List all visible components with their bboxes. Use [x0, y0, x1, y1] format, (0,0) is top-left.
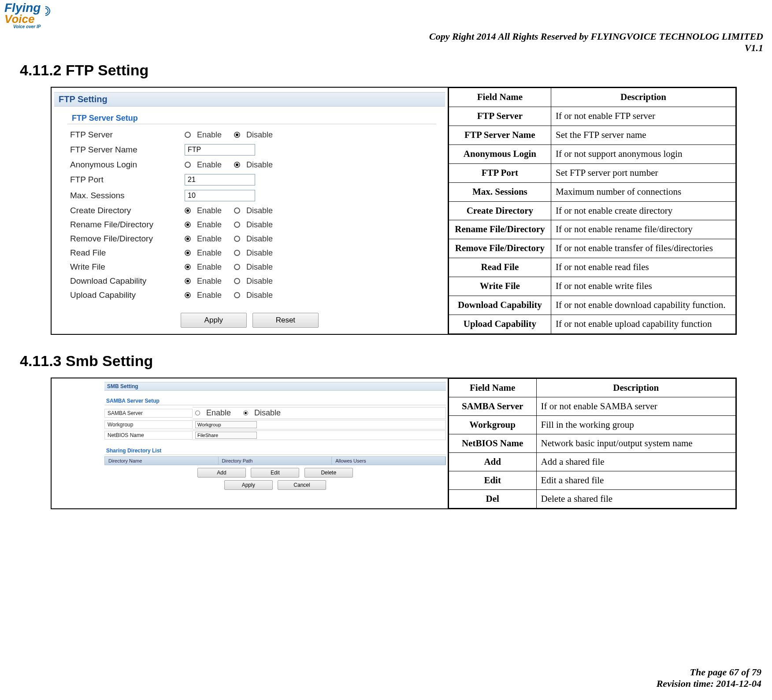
- input-max-sessions[interactable]: [185, 190, 255, 201]
- col-description: Description: [551, 88, 735, 107]
- radio-remove-enable[interactable]: [185, 236, 191, 242]
- smb-figure-row: SMB Setting SAMBA Server Setup SAMBA Ser…: [51, 378, 737, 509]
- col-field-name: Field Name: [449, 379, 536, 397]
- radio-upload-disable[interactable]: [234, 292, 240, 298]
- col-description: Description: [536, 379, 735, 397]
- col-dir-path: Directory Path: [219, 457, 332, 465]
- radio-ftp-server-disable[interactable]: [234, 132, 240, 138]
- radio-samba-disable[interactable]: [243, 411, 248, 415]
- table-row: Read FileIf or not enable read files: [449, 258, 735, 277]
- heading-smb: 4.11.3 Smb Setting: [20, 352, 763, 370]
- heading-ftp: 4.11.2 FTP Setting: [20, 62, 763, 79]
- add-button[interactable]: Add: [197, 468, 246, 478]
- label-write-file: Write File: [70, 262, 185, 272]
- label-ftp-server-name: FTP Server Name: [70, 145, 185, 155]
- smb-cancel-button[interactable]: Cancel: [278, 480, 326, 490]
- input-ftp-port[interactable]: [185, 174, 255, 185]
- radio-remove-disable[interactable]: [234, 236, 240, 242]
- input-netbios[interactable]: [195, 432, 257, 439]
- table-row: FTP Server NameSet the FTP server name: [449, 126, 735, 144]
- ftp-group-title: FTP Server Setup: [67, 113, 436, 124]
- smb-apply-button[interactable]: Apply: [224, 480, 273, 490]
- share-table-header: Directory Name Directory Path Allowes Us…: [104, 456, 446, 465]
- ftp-button-row: Apply Reset: [54, 313, 445, 328]
- edit-button[interactable]: Edit: [251, 468, 299, 478]
- label-netbios: NetBIOS Name: [104, 431, 193, 440]
- table-row: SAMBA ServerIf or not enable SAMBA serve…: [449, 397, 735, 416]
- copyright-text: Copy Right 2014 All Rights Reserved by F…: [429, 31, 763, 42]
- row-max-sessions: Max. Sessions: [54, 188, 445, 204]
- table-row: WorkgroupFill in the working group: [449, 416, 735, 434]
- radio-write-disable[interactable]: [234, 264, 240, 270]
- page-number: The page 67 of 79: [657, 667, 761, 678]
- row-ftp-port: FTP Port: [54, 172, 445, 188]
- apply-button[interactable]: Apply: [181, 313, 247, 328]
- label-download-cap: Download Capability: [70, 276, 185, 286]
- table-row: Rename File/DirectoryIf or not enable re…: [449, 220, 735, 239]
- radio-anon-disable[interactable]: [234, 162, 240, 168]
- row-netbios: NetBIOS Name: [104, 430, 446, 441]
- row-write-file: Write File Enable Disable: [54, 260, 445, 274]
- radio-create-enable[interactable]: [185, 207, 191, 214]
- radio-rename-disable[interactable]: [234, 222, 240, 228]
- table-row: EditEdit a shared file: [449, 471, 735, 490]
- reset-button[interactable]: Reset: [252, 313, 319, 328]
- row-anon-login: Anonymous Login Enable Disable: [54, 158, 445, 172]
- radio-upload-enable[interactable]: [185, 292, 191, 298]
- label-ftp-port: FTP Port: [70, 175, 185, 185]
- radio-rename-enable[interactable]: [185, 222, 191, 228]
- logo: Flying Voice Voice over IP: [4, 1, 50, 29]
- label-max-sessions: Max. Sessions: [70, 191, 185, 200]
- share-button-row: Add Edit Delete: [104, 468, 446, 478]
- table-row: Remove File/DirectoryIf or not enable tr…: [449, 239, 735, 258]
- radio-create-disable[interactable]: [234, 207, 240, 214]
- label-upload-cap: Upload Capability: [70, 290, 185, 300]
- table-row: Max. SessionsMaximum number of connectio…: [449, 182, 735, 201]
- row-rename: Rename File/Directory Enable Disable: [54, 218, 445, 232]
- smb-description-table: Field Name Description SAMBA ServerIf or…: [449, 378, 736, 508]
- radio-ftp-server-enable[interactable]: [185, 132, 191, 138]
- radio-write-enable[interactable]: [185, 264, 191, 270]
- table-row: FTP PortSet FTP server port number: [449, 163, 735, 182]
- ftp-screenshot: FTP Setting FTP Server Setup FTP Server …: [52, 88, 449, 334]
- radio-download-disable[interactable]: [234, 278, 240, 284]
- table-row: FTP ServerIf or not enable FTP server: [449, 107, 735, 126]
- row-create-dir: Create Directory Enable Disable: [54, 204, 445, 218]
- radio-anon-enable[interactable]: [185, 162, 191, 168]
- label-remove: Remove File/Directory: [70, 234, 185, 244]
- share-group-title: Sharing Directory List: [104, 447, 446, 455]
- table-row: Write FileIf or not enable write files: [449, 277, 735, 296]
- row-ftp-server-name: FTP Server Name: [54, 142, 445, 158]
- row-read-file: Read File Enable Disable: [54, 246, 445, 260]
- ftp-panel-title: FTP Setting: [54, 92, 445, 107]
- version-text: V1.1: [429, 42, 763, 54]
- input-workgroup[interactable]: [195, 421, 257, 428]
- ftp-figure-row: FTP Setting FTP Server Setup FTP Server …: [51, 87, 737, 335]
- table-row: Create DirectoryIf or not enable create …: [449, 201, 735, 220]
- radio-download-enable[interactable]: [185, 278, 191, 284]
- label-workgroup: Workgroup: [104, 420, 193, 429]
- row-workgroup: Workgroup: [104, 419, 446, 430]
- label-rename: Rename File/Directory: [70, 220, 185, 230]
- table-row: Download CapabilityIf or not enable down…: [449, 296, 735, 315]
- label-ftp-server: FTP Server: [70, 130, 185, 140]
- delete-button[interactable]: Delete: [304, 468, 353, 478]
- col-allowed-users: Allowes Users: [332, 457, 445, 465]
- smb-group-title: SAMBA Server Setup: [104, 397, 446, 405]
- row-upload-cap: Upload Capability Enable Disable: [54, 288, 445, 302]
- col-field-name: Field Name: [449, 88, 551, 107]
- input-ftp-server-name[interactable]: [185, 144, 255, 156]
- radio-read-enable[interactable]: [185, 250, 191, 256]
- row-samba-server: SAMBA Server Enable Disable: [104, 407, 446, 419]
- radio-samba-enable[interactable]: [195, 411, 200, 415]
- table-row: NetBIOS NameNetwork basic input/output s…: [449, 434, 735, 453]
- table-row: Upload CapabilityIf or not enable upload…: [449, 315, 735, 334]
- revision-time: Revision time: 2014-12-04: [657, 678, 761, 689]
- ftp-description-table: Field Name Description FTP ServerIf or n…: [449, 88, 736, 334]
- row-ftp-server: FTP Server Enable Disable: [54, 128, 445, 142]
- smb-action-row: Apply Cancel: [104, 480, 446, 490]
- label-create-dir: Create Directory: [70, 206, 185, 215]
- label-anon-login: Anonymous Login: [70, 160, 185, 170]
- radio-read-disable[interactable]: [234, 250, 240, 256]
- col-dir-name: Directory Name: [105, 457, 219, 465]
